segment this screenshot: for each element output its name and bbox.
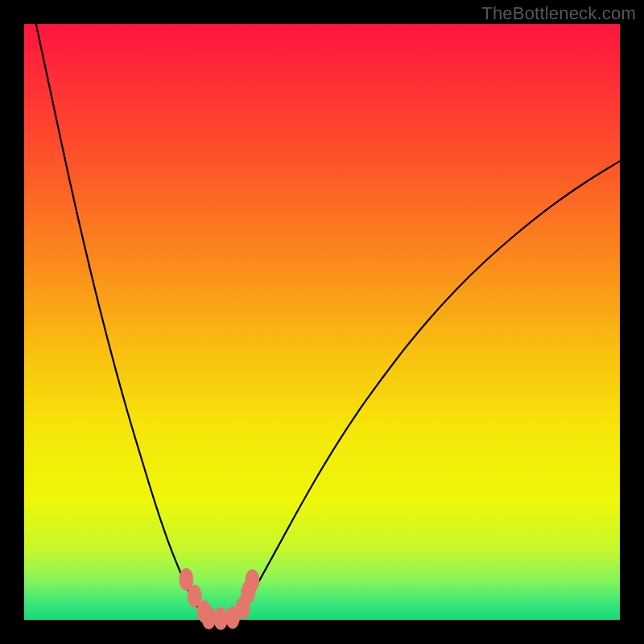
gradient-background [24,24,620,620]
curve-marker [245,569,259,592]
bottleneck-chart [0,0,644,644]
chart-frame: TheBottleneck.com [0,0,644,644]
watermark-label: TheBottleneck.com [481,3,636,24]
